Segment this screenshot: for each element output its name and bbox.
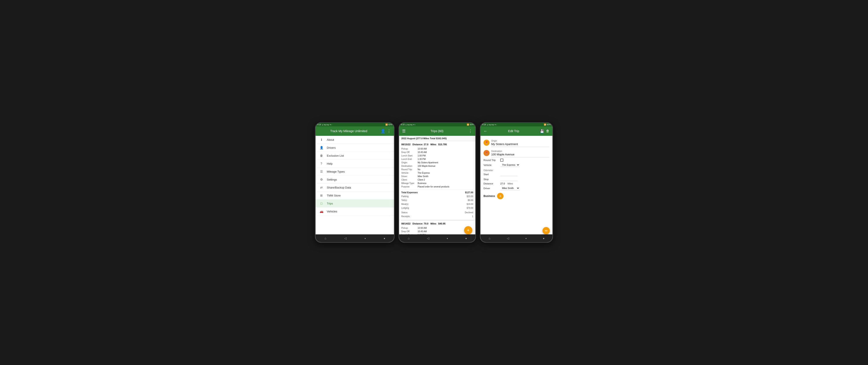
origin-field[interactable]: Origin My Sisters Apartment bbox=[491, 140, 549, 147]
home-nav-left[interactable]: ⌂ bbox=[322, 236, 329, 241]
back-nav-left[interactable]: ◁ bbox=[342, 236, 349, 241]
destination-location-icon: 📍 bbox=[484, 150, 490, 156]
vehicle-label: Vehicle bbox=[484, 164, 499, 166]
trip-entry-1[interactable]: 08/15/22 Distance: 27.0 Miles $15.795 Pi… bbox=[399, 141, 475, 220]
app-bar-left: Track My Mileage Unlimited 👤 ⋮ bbox=[316, 126, 394, 136]
trip1-amount: $15.795 bbox=[438, 143, 447, 146]
round-trip-checkbox[interactable] bbox=[500, 159, 503, 162]
trip1-lunch-end: 1:30 PM bbox=[417, 158, 426, 161]
origin-value: My Sisters Apartment bbox=[491, 142, 549, 147]
trip1-roundtrip: No bbox=[417, 168, 421, 171]
odometer-stop-input[interactable] bbox=[500, 177, 518, 181]
sidebar-item-tmm-store[interactable]: ⊞ TMM Store bbox=[316, 192, 394, 199]
trips-icon: □ bbox=[319, 202, 324, 205]
odometer-section: Odometer Start Stop Distance 27.0 Miles bbox=[484, 169, 549, 185]
trip2-date: 08/14/22 bbox=[401, 222, 410, 225]
trip2-unit: Miles bbox=[430, 222, 436, 225]
circle-nav-mid[interactable]: ● bbox=[444, 236, 450, 240]
device-left: 9:15 ▲ bep bep ▼ • 📶 82% Track My Mileag… bbox=[315, 122, 395, 243]
trip2-distance-label: Distance: 70.0 bbox=[412, 222, 428, 225]
trip1-client-label: Client: bbox=[401, 178, 417, 181]
dots-menu-mid[interactable]: ⋮ bbox=[468, 128, 473, 134]
sidebar-item-mileage-types[interactable]: ☰ Mileage Types bbox=[316, 168, 394, 176]
odometer-start-input[interactable] bbox=[500, 172, 518, 176]
destination-pin-icon: 📍 bbox=[485, 151, 489, 155]
round-trip-label: Round Trip bbox=[484, 159, 499, 161]
sidebar-item-label-share-backup: Share/Backup Data bbox=[327, 186, 351, 189]
sidebar-item-settings[interactable]: ⚙ Settings bbox=[316, 176, 394, 184]
delete-icon-right[interactable]: 🗑 bbox=[545, 128, 550, 134]
trip2-amount: $40.95 bbox=[438, 222, 445, 225]
destination-row: 📍 Destination 100 Maple Avenue bbox=[484, 150, 549, 157]
trip1-lodging-label: Lodging bbox=[401, 206, 409, 210]
wifi-icon-left: 📶 bbox=[385, 124, 388, 126]
about-icon: ℹ bbox=[319, 138, 324, 141]
sidebar-item-label-tmm-store: TMM Store bbox=[327, 194, 341, 197]
trip2-dropoff-label: Drop Off: bbox=[401, 230, 417, 233]
share-backup-icon: ⇄ bbox=[319, 186, 324, 189]
edit-pencil-fab[interactable]: ✏ bbox=[542, 227, 550, 234]
odometer-stop-row: Stop bbox=[484, 177, 549, 181]
sidebar-item-label-exclusion: Exclusion List bbox=[327, 154, 344, 157]
trip1-lunch-start-label: Lunch Start: bbox=[401, 154, 417, 158]
vehicle-select[interactable]: The Express bbox=[500, 163, 520, 167]
driver-select[interactable]: Mike Smith bbox=[500, 186, 520, 190]
driver-label: Driver bbox=[484, 187, 499, 190]
trip1-origin-label: Origin: bbox=[401, 161, 417, 164]
person-icon-left[interactable]: 👤 bbox=[380, 128, 386, 134]
square-nav-mid[interactable]: ■ bbox=[463, 236, 469, 240]
trip1-unit: Miles bbox=[430, 143, 436, 146]
status-icons-left: ▲ bep bep ▼ • bbox=[322, 124, 332, 126]
save-icon-right[interactable]: 💾 bbox=[539, 128, 545, 134]
edit-trip-form: 📍 Origin My Sisters Apartment 📍 Destinat… bbox=[480, 136, 552, 234]
sidebar-item-drivers[interactable]: 👤 Drivers bbox=[316, 144, 394, 152]
trip-entry-2[interactable]: 08/14/22 Distance: 70.0 Miles $40.95 Pic… bbox=[399, 220, 475, 234]
add-trip-fab[interactable]: + bbox=[464, 226, 472, 234]
bottom-nav-right: ⌂ ◁ ● ■ bbox=[480, 234, 552, 242]
destination-field[interactable]: Destination 100 Maple Avenue bbox=[491, 150, 549, 157]
status-bar-left: 9:15 ▲ bep bep ▼ • 📶 82% bbox=[316, 123, 394, 126]
odometer-start-label: Start bbox=[484, 173, 499, 176]
odometer-label: Odometer bbox=[484, 169, 549, 171]
sidebar-item-exclusion[interactable]: 🗑 Exclusion List bbox=[316, 152, 394, 160]
odometer-start-row: Start bbox=[484, 172, 549, 176]
sidebar-item-help[interactable]: ? Help bbox=[316, 160, 394, 168]
back-nav-right[interactable]: ◁ bbox=[505, 236, 511, 241]
trip1-expenses: Total Expenses $127.00 Parking $20.00 To… bbox=[401, 189, 473, 219]
square-nav-right[interactable]: ■ bbox=[541, 236, 546, 240]
status-time-mid: 9:15 bbox=[401, 124, 405, 126]
trip1-distance-label: Distance: 27.0 bbox=[412, 143, 428, 146]
square-nav-left[interactable]: ■ bbox=[381, 236, 387, 240]
battery-right: 82% bbox=[547, 124, 551, 126]
drivers-icon: 👤 bbox=[319, 146, 324, 150]
dots-menu-left[interactable]: ⋮ bbox=[386, 128, 392, 134]
back-nav-mid[interactable]: ◁ bbox=[425, 236, 431, 241]
menu-icon-mid[interactable]: ☰ bbox=[401, 128, 406, 134]
trip1-dest-label: Destination: bbox=[401, 164, 417, 168]
circle-nav-right[interactable]: ● bbox=[523, 236, 529, 240]
circle-nav-left[interactable]: ● bbox=[362, 236, 368, 240]
trip1-driver-label: Driver: bbox=[401, 175, 417, 178]
sidebar-item-label-help: Help bbox=[327, 162, 333, 165]
trips-list: 2022 August (277.0 Miles Total $162.045)… bbox=[399, 136, 475, 234]
trip1-pickup: 10:00 AM bbox=[417, 147, 427, 151]
trip1-receipts: 1 bbox=[472, 215, 473, 218]
app-bar-mid: ☰ Trips (60) ⋮ bbox=[399, 126, 475, 136]
sidebar-item-vehicles[interactable]: 🚗 Vehicles bbox=[316, 207, 394, 215]
trip1-status-label: Status: bbox=[401, 211, 408, 214]
status-time-left: 9:15 bbox=[317, 124, 321, 126]
trip1-status: Declined bbox=[465, 211, 473, 214]
back-icon-right[interactable]: ← bbox=[483, 128, 488, 134]
home-nav-mid[interactable]: ⌂ bbox=[406, 236, 412, 241]
status-icons-mid: ▲ bep bep ▼ • bbox=[405, 124, 415, 126]
sidebar-item-trips[interactable]: □ Trips bbox=[316, 199, 394, 207]
sidebar-item-about[interactable]: ℹ About bbox=[316, 136, 394, 144]
app-bar-right: ← Edit Trip 💾 🗑 bbox=[480, 126, 552, 136]
home-nav-right[interactable]: ⌂ bbox=[487, 236, 493, 241]
trip1-parking-label: Parking bbox=[401, 195, 409, 198]
sidebar-item-share-backup[interactable]: ⇄ Share/Backup Data bbox=[316, 184, 394, 192]
trip1-dropoff-label: Drop Off: bbox=[401, 151, 417, 154]
odometer-miles-label: Miles bbox=[507, 182, 513, 185]
trip1-driver: Mike Smith bbox=[417, 175, 428, 178]
status-icons-right: ▲ bep bep ▼ • bbox=[487, 124, 497, 126]
